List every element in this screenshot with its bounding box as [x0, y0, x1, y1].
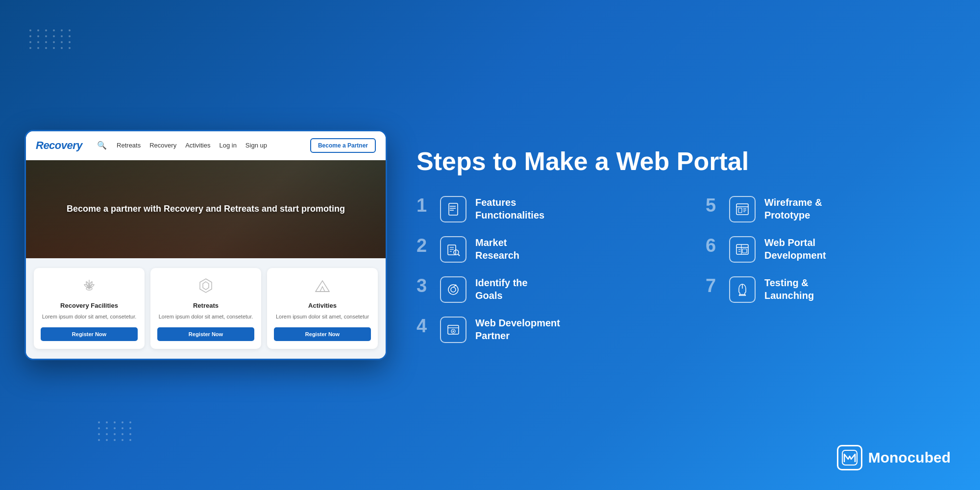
svg-rect-17	[448, 245, 456, 255]
hero-text: Become a partner with Recovery and Retre…	[47, 203, 365, 215]
step-7-number: 7	[706, 276, 720, 295]
card-2-title: Retreats	[193, 302, 219, 309]
svg-point-9	[450, 208, 451, 209]
card-retreats: Retreats Lorem ipsum dolor sit amet, con…	[150, 268, 261, 349]
main-layout: Recovery 🔍 Retreats Recovery Activities …	[24, 24, 956, 466]
step-6: 6 Web PortalDevelopment	[706, 236, 956, 263]
card-1-title: Recovery Facilities	[60, 302, 118, 309]
step-3: 3 Identify theGoals	[416, 276, 666, 303]
svg-point-21	[454, 250, 459, 255]
svg-rect-13	[738, 208, 742, 213]
step-2: 2 MarketResearch	[416, 236, 666, 263]
card-2-register-button[interactable]: Register Now	[157, 327, 254, 341]
svg-point-40	[453, 330, 454, 332]
steps-section: Steps to Make a Web Portal 1	[416, 147, 956, 343]
step-5: 5 Wireframe &Prototype	[706, 196, 956, 222]
step-6-icon	[729, 236, 756, 263]
become-partner-button[interactable]: Become a Partner	[310, 138, 376, 153]
card-3-title: Activities	[308, 302, 337, 309]
step-1: 1 FeaturesFunctionalities	[416, 196, 666, 222]
step-6-number: 6	[706, 236, 720, 255]
svg-point-29	[448, 285, 458, 294]
step-5-number: 5	[706, 196, 720, 215]
step-1-text: FeaturesFunctionalities	[475, 196, 544, 221]
svg-line-31	[453, 286, 455, 287]
step-6-label: Web PortalDevelopment	[764, 236, 826, 262]
step-7: 7 Testing &Launching	[706, 276, 956, 303]
lotus-icon	[80, 277, 98, 297]
step-3-number: 3	[416, 276, 431, 295]
card-2-desc: Lorem ipsum dolor sit amet, consetetur.	[159, 313, 253, 320]
svg-line-22	[458, 254, 460, 256]
hexagon-icon	[197, 277, 215, 297]
browser-mockup: Recovery 🔍 Retreats Recovery Activities …	[24, 130, 387, 360]
hero-section: Become a partner with Recovery and Retre…	[26, 160, 386, 258]
mockup-navbar: Recovery 🔍 Retreats Recovery Activities …	[26, 131, 386, 160]
step-1-label: FeaturesFunctionalities	[475, 196, 544, 221]
svg-point-32	[455, 284, 457, 286]
step-2-label: MarketResearch	[475, 236, 519, 262]
card-1-desc: Lorem ipsum dolor sit amet, consetetur.	[42, 313, 137, 320]
svg-rect-37	[448, 325, 459, 334]
tent-icon	[314, 277, 331, 297]
step-7-icon	[729, 276, 756, 303]
nav-link-retreats[interactable]: Retreats	[117, 142, 141, 149]
steps-title: Steps to Make a Web Portal	[416, 147, 956, 176]
decorative-dots-bl	[98, 421, 133, 441]
monocubed-branding: Monocubed	[837, 445, 951, 470]
nav-link-login[interactable]: Log in	[219, 142, 236, 149]
svg-point-30	[451, 287, 456, 292]
cards-section: Recovery Facilities Lorem ipsum dolor si…	[26, 258, 386, 359]
step-3-label: Identify theGoals	[475, 276, 528, 302]
monocubed-name: Monocubed	[868, 449, 951, 466]
step-2-text: MarketResearch	[475, 236, 519, 262]
step-5-text: Wireframe &Prototype	[764, 196, 822, 221]
card-recovery-facilities: Recovery Facilities Lorem ipsum dolor si…	[34, 268, 145, 349]
nav-link-signup[interactable]: Sign up	[245, 142, 267, 149]
svg-marker-1	[200, 279, 212, 293]
step-2-number: 2	[416, 236, 431, 255]
step-5-icon	[729, 196, 756, 222]
step-3-text: Identify theGoals	[475, 276, 528, 302]
step-4-icon	[440, 317, 466, 343]
card-activities: Activities Lorem ipsum dolor sit amet, c…	[267, 268, 378, 349]
step-2-icon	[440, 236, 466, 263]
step-1-icon	[440, 196, 466, 222]
card-3-register-button[interactable]: Register Now	[274, 327, 371, 341]
step-5-label: Wireframe &Prototype	[764, 196, 822, 221]
nav-link-activities[interactable]: Activities	[185, 142, 210, 149]
svg-point-10	[450, 210, 451, 211]
svg-rect-4	[449, 203, 458, 215]
monocubed-logo-icon	[837, 445, 862, 470]
decorative-dots-tl	[29, 29, 73, 49]
search-icon[interactable]: 🔍	[97, 141, 107, 150]
step-1-number: 1	[416, 196, 431, 215]
mockup-logo: Recovery	[36, 139, 82, 152]
step-6-text: Web PortalDevelopment	[764, 236, 826, 262]
step-7-text: Testing &Launching	[764, 276, 814, 302]
step-3-icon	[440, 276, 466, 303]
card-1-register-button[interactable]: Register Now	[41, 327, 138, 341]
step-7-label: Testing &Launching	[764, 276, 814, 302]
step-4: 4 Web DevelopmentPartner	[416, 317, 666, 343]
steps-grid: 1 FeaturesFunctionalities	[416, 196, 956, 343]
nav-link-recovery[interactable]: Recovery	[149, 142, 176, 149]
svg-rect-28	[742, 249, 747, 253]
svg-marker-2	[203, 282, 209, 290]
step-4-number: 4	[416, 317, 431, 335]
svg-point-8	[450, 206, 451, 207]
card-3-desc: Lorem ipsum dolor sit amet, consetetur	[276, 313, 369, 320]
step-4-text: Web DevelopmentPartner	[475, 317, 560, 342]
step-4-label: Web DevelopmentPartner	[475, 317, 560, 342]
nav-links: Retreats Recovery Activities Log in Sign…	[117, 142, 267, 149]
